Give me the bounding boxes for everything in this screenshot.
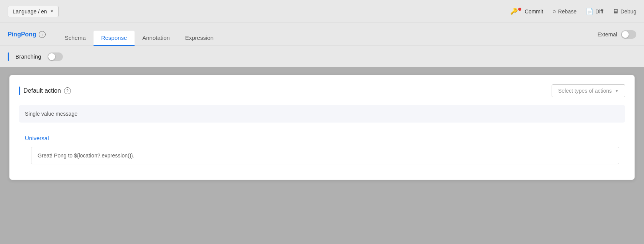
- toolbar-right: 🔑 Commit ○ Rebase 📄 Diff 🖥 Debug: [510, 8, 636, 15]
- tab-schema[interactable]: Schema: [57, 31, 94, 46]
- tab-response[interactable]: Response: [94, 31, 135, 46]
- navbar-right: External: [598, 30, 636, 39]
- debug-label: Debug: [621, 8, 636, 15]
- diff-button[interactable]: 📄 Diff: [586, 8, 603, 15]
- debug-icon: 🖥: [613, 8, 619, 15]
- external-label: External: [598, 31, 617, 38]
- message-type-label: Single value message: [25, 111, 77, 117]
- rebase-icon: ○: [552, 8, 556, 15]
- language-selector[interactable]: Language / en ▼: [8, 6, 59, 17]
- universal-label[interactable]: Universal: [25, 135, 619, 141]
- commit-icon: 🔑: [510, 8, 518, 15]
- card-title-group: Default action ?: [19, 87, 71, 95]
- card-title: Default action: [23, 87, 61, 94]
- branching-bar-indicator: [8, 52, 9, 61]
- commit-button[interactable]: 🔑 Commit: [510, 8, 543, 15]
- diff-icon: 📄: [586, 8, 593, 15]
- info-icon[interactable]: i: [39, 31, 46, 38]
- main-content: Default action ? Select types of actions…: [0, 67, 644, 188]
- language-label: Language / en: [13, 8, 47, 15]
- select-types-label: Select types of actions: [558, 88, 612, 94]
- navbar: PingPong i Schema Response Annotation Ex…: [0, 23, 644, 46]
- branching-label: Branching: [15, 53, 41, 60]
- debug-button[interactable]: 🖥 Debug: [613, 8, 636, 15]
- tab-annotation[interactable]: Annotation: [135, 31, 177, 46]
- branching-toggle[interactable]: [48, 52, 63, 61]
- help-icon[interactable]: ?: [64, 87, 71, 94]
- chevron-down-icon: ▼: [615, 89, 619, 93]
- diff-label: Diff: [595, 8, 603, 15]
- message-text-box[interactable]: Great! Pong to ${location?.expression()}…: [31, 147, 619, 164]
- default-action-card: Default action ? Select types of actions…: [9, 75, 635, 180]
- card-bar-indicator: [19, 87, 20, 95]
- select-types-button[interactable]: Select types of actions ▼: [552, 84, 625, 97]
- subbar: Branching: [0, 46, 644, 67]
- nav-tabs: Schema Response Annotation Expression: [57, 23, 222, 46]
- rebase-label: Rebase: [558, 8, 577, 15]
- message-body: Universal Great! Pong to ${location?.exp…: [19, 129, 625, 170]
- app-name[interactable]: PingPong: [8, 31, 36, 38]
- toolbar: Language / en ▼ 🔑 Commit ○ Rebase 📄 Diff…: [0, 0, 644, 23]
- chevron-down-icon: ▼: [50, 9, 54, 13]
- rebase-button[interactable]: ○ Rebase: [552, 8, 577, 15]
- tab-expression[interactable]: Expression: [177, 31, 221, 46]
- card-header: Default action ? Select types of actions…: [19, 84, 625, 97]
- commit-badge: [518, 8, 521, 11]
- message-section: Single value message: [19, 105, 625, 123]
- commit-label: Commit: [525, 8, 543, 15]
- external-toggle[interactable]: [621, 30, 636, 39]
